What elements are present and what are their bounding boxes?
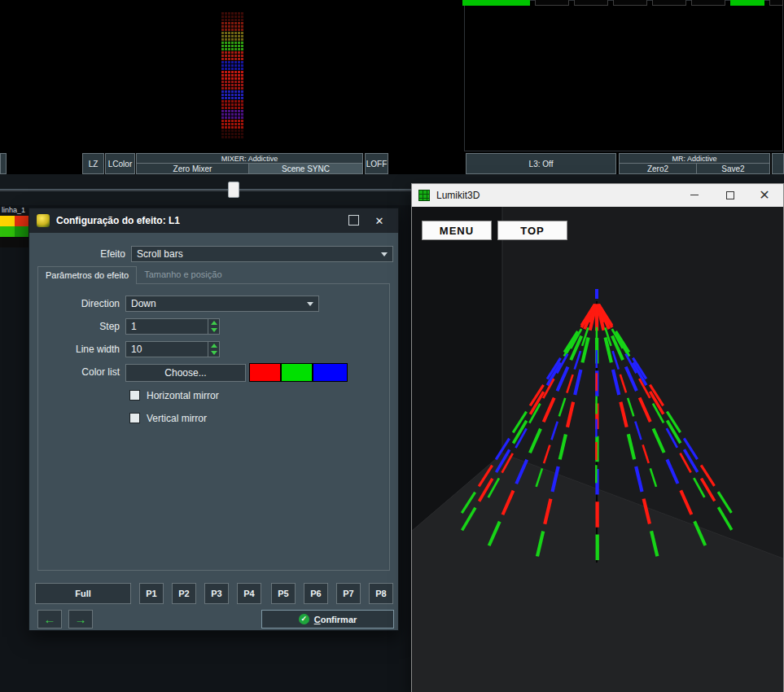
right-arrow-icon: → (75, 612, 87, 626)
close-icon[interactable]: ✕ (747, 184, 782, 206)
lumikit3d-logo-icon (418, 190, 430, 201)
preset-p1-button[interactable]: P1 (139, 583, 164, 604)
preset-p6-button[interactable]: P6 (304, 583, 328, 604)
top-view-button[interactable]: TOP (497, 221, 567, 240)
effect-parameters-panel: Direction Down Step 1 Line width 10 (37, 283, 390, 571)
color-swatch (313, 364, 347, 381)
color-list-label: Color list (38, 366, 120, 378)
spinner-up-icon[interactable] (208, 342, 219, 349)
top-toolbar-button[interactable] (652, 0, 686, 6)
maximize-icon[interactable] (713, 184, 747, 206)
check-icon: ✓ (299, 614, 309, 624)
fixture-cell (15, 226, 29, 237)
preview-panels (0, 0, 784, 174)
vertical-mirror-label: Vertical mirror (147, 413, 207, 424)
mixer-left-stub-button[interactable] (0, 153, 7, 174)
spinner-buttons (208, 319, 219, 334)
dialog-title: Configuração do efeito: L1 (56, 208, 180, 233)
menu-button[interactable]: MENU (422, 221, 492, 240)
zero-mixer-button[interactable]: Zero Mixer (136, 163, 249, 174)
previous-button[interactable]: ← (37, 610, 62, 628)
3d-viewport[interactable]: MENU TOP (412, 207, 783, 692)
confirm-button[interactable]: ✓ Confirmar (261, 610, 394, 628)
lumikit3d-title: Lumikit3D (436, 184, 480, 207)
dialog-tabs: Parâmetros do efeito Tamanho e posição (37, 266, 230, 284)
chevron-down-icon (307, 302, 313, 306)
preset-p5-button[interactable]: P5 (271, 583, 296, 604)
preset-p4-button[interactable]: P4 (237, 583, 261, 604)
led-matrix-preview (220, 11, 246, 140)
top-toolbar-button[interactable] (691, 0, 725, 6)
3d-scene (412, 207, 783, 692)
spinner-up-icon[interactable] (208, 319, 219, 326)
fixture-cell (0, 226, 15, 237)
choose-colors-button[interactable]: Choose... (125, 364, 246, 382)
color-swatch (250, 364, 280, 381)
color-list-swatches (249, 363, 348, 382)
effect-dropdown[interactable]: Scroll bars (131, 246, 393, 262)
crossfader-handle[interactable] (228, 182, 239, 198)
spinner-down-icon[interactable] (208, 326, 219, 334)
save2-button[interactable]: Save2 (696, 163, 770, 174)
effect-config-dialog: Configuração do efeito: L1 ✕ Efeito Scro… (28, 208, 399, 631)
direction-dropdown[interactable]: Down (125, 296, 319, 312)
close-icon[interactable]: ✕ (373, 213, 386, 228)
lamp-icon (37, 214, 50, 227)
fixture-cell (15, 216, 29, 226)
lcolor-button[interactable]: LColor (105, 153, 135, 174)
spinner-down-icon[interactable] (208, 349, 219, 357)
mixer-right-stub-button[interactable] (772, 153, 784, 174)
lumikit-app: LZ LColor MIXER: Addictive Zero Mixer Sc… (0, 0, 784, 692)
loff-button[interactable]: LOFF (365, 153, 388, 174)
vertical-mirror-checkbox[interactable] (129, 413, 140, 423)
top-toolbar-button[interactable] (574, 0, 608, 6)
tab-size-position[interactable]: Tamanho e posição (137, 266, 229, 284)
spinner-buttons (208, 342, 219, 357)
fixture-cell (0, 237, 15, 247)
horizontal-mirror-label: Horizontal mirror (147, 390, 219, 401)
zero2-button[interactable]: Zero2 (619, 163, 697, 174)
top-toolbar-button[interactable] (769, 0, 783, 6)
maximize-icon[interactable] (348, 215, 359, 226)
lz-button[interactable]: LZ (82, 153, 104, 174)
lumikit3d-titlebar[interactable]: Lumikit3D ✕ (412, 184, 783, 207)
confirm-button-label: Confirmar (314, 615, 357, 624)
output-preview-right (464, 0, 783, 151)
effect-dropdown-value: Scroll bars (137, 248, 183, 260)
preset-p7-button[interactable]: P7 (336, 583, 361, 604)
top-toolbar-button[interactable] (462, 0, 530, 6)
chevron-down-icon (381, 252, 388, 256)
scene-sync-button[interactable]: Scene SYNC (248, 163, 363, 174)
line-width-value: 10 (131, 344, 142, 355)
top-toolbar-button[interactable] (613, 0, 647, 6)
horizontal-mirror-checkbox[interactable] (129, 390, 140, 401)
l3-off-button[interactable]: L3: Off (466, 153, 616, 174)
top-toolbar-button[interactable] (535, 0, 569, 6)
minimize-icon[interactable] (677, 184, 712, 206)
lumikit3d-window: Lumikit3D ✕ MENU TOP (411, 183, 784, 692)
color-swatch (282, 364, 312, 381)
direction-label: Direction (38, 298, 120, 309)
effect-label: Efeito (29, 248, 125, 260)
step-value: 1 (131, 321, 137, 332)
next-button[interactable]: → (68, 610, 93, 628)
direction-dropdown-value: Down (131, 298, 156, 309)
fixture-cell (15, 237, 29, 247)
line-width-spinner[interactable]: 10 (125, 341, 220, 357)
left-arrow-icon: ← (44, 612, 56, 626)
preset-p2-button[interactable]: P2 (172, 583, 196, 604)
step-spinner[interactable]: 1 (125, 318, 220, 335)
top-toolbar-button[interactable] (730, 0, 764, 6)
preset-p3-button[interactable]: P3 (204, 583, 229, 604)
preset-p8-button[interactable]: P8 (369, 583, 393, 604)
line-width-label: Line width (38, 344, 120, 355)
tab-effect-parameters[interactable]: Parâmetros do efeito (37, 266, 137, 284)
fixture-name: linha_1 (0, 206, 31, 216)
crossfader-groove (0, 189, 411, 191)
step-label: Step (38, 321, 120, 332)
dialog-titlebar[interactable]: Configuração do efeito: L1 ✕ (29, 208, 398, 233)
preset-full-button[interactable]: Full (35, 583, 131, 604)
fixture-preview-cells (0, 216, 31, 247)
fixture-cell (0, 216, 15, 226)
fixture-preview: linha_1 (0, 206, 31, 247)
